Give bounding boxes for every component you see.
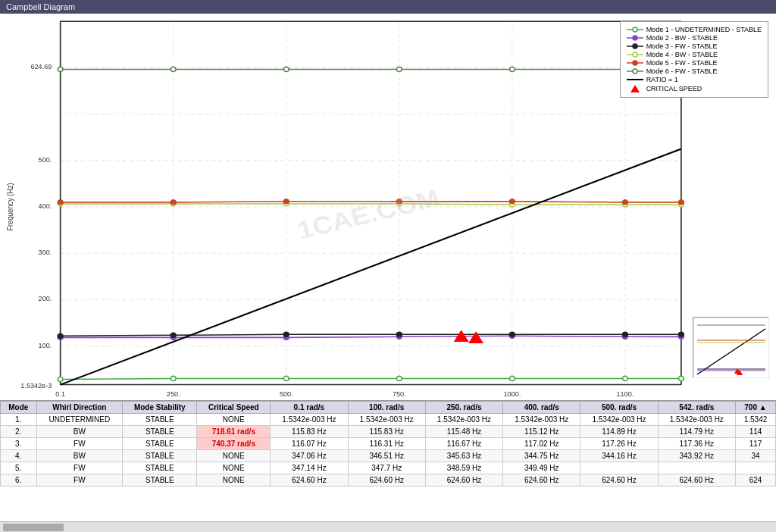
table-cell-r0-c7: 1.5342e-003 Hz xyxy=(503,414,580,426)
table-cell-r0-c3: NONE xyxy=(197,414,271,426)
table-cell-r2-c2: STABLE xyxy=(123,438,197,450)
table-cell-r3-c10: 34 xyxy=(735,450,775,462)
col-header-critical-speed: Critical Speed xyxy=(197,402,271,414)
col-header-500: 500. rad/s xyxy=(580,402,658,414)
table-cell-r2-c1: FW xyxy=(36,438,123,450)
legend-label-ratio: RATIO = 1 xyxy=(646,76,678,83)
table-cell-r2-c6: 116.67 Hz xyxy=(425,438,502,450)
campbell-data-table: Mode Whirl Direction Mode Stability Crit… xyxy=(0,401,776,487)
table-cell-r3-c2: STABLE xyxy=(123,450,197,462)
col-header-400: 400. rad/s xyxy=(503,402,580,414)
svg-text:1.5342e-3: 1.5342e-3 xyxy=(20,382,52,389)
table-cell-r4-c6: 348.59 Hz xyxy=(425,462,502,474)
table-cell-r1-c10: 114 xyxy=(735,426,775,438)
table-scroll-area[interactable]: Mode Whirl Direction Mode Stability Crit… xyxy=(0,401,776,521)
table-cell-r5-c6: 624.60 Hz xyxy=(425,474,502,487)
svg-point-72 xyxy=(396,67,402,71)
table-row: 1.UNDETERMINEDSTABLENONE1.5342e-003 Hz1.… xyxy=(1,414,776,426)
table-cell-r3-c7: 344.75 Hz xyxy=(503,450,580,462)
svg-point-51 xyxy=(396,332,402,336)
svg-point-68 xyxy=(678,200,684,205)
table-cell-r3-c3: NONE xyxy=(197,450,271,462)
legend-item-mode1: Mode 1 - UNDETERMINED - STABLE xyxy=(627,26,762,33)
legend-item-mode6: Mode 6 - FW - STABLE xyxy=(627,67,762,75)
legend-item-critical: CRITICAL SPEED xyxy=(627,84,762,93)
svg-text:400.: 400. xyxy=(39,202,52,209)
svg-text:0.1: 0.1 xyxy=(55,390,65,397)
col-header-0p1: 0.1 rad/s xyxy=(271,402,348,414)
table-cell-r1-c6: 115.48 Hz xyxy=(425,426,502,438)
table-cell-r0-c2: STABLE xyxy=(123,414,197,426)
col-header-mode: Mode xyxy=(1,402,37,414)
table-cell-r2-c10: 117 xyxy=(735,438,775,450)
col-header-542: 542. rad/s xyxy=(658,402,735,414)
table-cell-r0-c0: 1. xyxy=(1,414,37,426)
legend-item-mode3: Mode 3 - FW - STABLE xyxy=(627,42,762,50)
main-window: Campbell Diagram xyxy=(0,0,776,532)
table-cell-r5-c8: 624.60 Hz xyxy=(580,474,658,487)
table-cell-r5-c9: 624.60 Hz xyxy=(658,474,735,487)
svg-point-85 xyxy=(633,44,637,49)
title-bar: Campbell Diagram xyxy=(0,0,776,14)
svg-point-67 xyxy=(622,200,627,205)
svg-point-81 xyxy=(633,27,637,32)
table-cell-r1-c0: 2. xyxy=(1,426,37,438)
svg-point-52 xyxy=(509,332,515,336)
table-cell-r1-c2: STABLE xyxy=(123,426,197,438)
table-cell-r2-c0: 3. xyxy=(1,438,37,450)
table-cell-r0-c4: 1.5342e-003 Hz xyxy=(271,414,348,426)
table-row: 6.FWSTABLENONE624.60 Hz624.60 Hz624.60 H… xyxy=(1,474,776,487)
svg-point-49 xyxy=(171,333,176,337)
table-cell-r3-c9: 343.92 Hz xyxy=(658,450,735,462)
table-row: 4.BWSTABLENONE347.06 Hz346.51 Hz345.63 H… xyxy=(1,450,776,462)
table-cell-r5-c1: FW xyxy=(36,474,123,487)
table-cell-r5-c4: 624.60 Hz xyxy=(271,474,348,487)
horizontal-scrollbar[interactable] xyxy=(0,521,776,532)
legend-item-mode2: Mode 2 - BW - STABLE xyxy=(627,34,762,42)
svg-text:Frequency (Hz): Frequency (Hz) xyxy=(6,183,15,230)
col-header-700: 700 ▲ xyxy=(735,402,775,414)
table-cell-r4-c2: STABLE xyxy=(123,462,197,474)
svg-point-87 xyxy=(633,52,637,57)
table-cell-r2-c7: 117.02 Hz xyxy=(503,438,580,450)
table-cell-r4-c10 xyxy=(735,462,775,474)
table-cell-r1-c3: 718.61 rad/s xyxy=(197,426,271,438)
table-cell-r1-c8: 114.89 Hz xyxy=(580,426,658,438)
svg-text:300.: 300. xyxy=(39,249,52,256)
table-cell-r1-c5: 115.83 Hz xyxy=(348,426,425,438)
svg-point-69 xyxy=(58,67,63,71)
table-cell-r4-c7: 349.49 Hz xyxy=(503,462,580,474)
table-row: 5.FWSTABLENONE347.14 Hz347.7 Hz348.59 Hz… xyxy=(1,462,776,474)
legend-item-ratio: RATIO = 1 xyxy=(627,76,762,83)
table-row: 3.FWSTABLE740.37 rad/s116.07 Hz116.31 Hz… xyxy=(1,438,776,450)
svg-point-36 xyxy=(283,376,289,380)
table-cell-r0-c5: 1.5342e-003 Hz xyxy=(348,414,425,426)
scrollbar-thumb[interactable] xyxy=(3,524,64,531)
legend-item-mode4: Mode 4 - BW - STABLE xyxy=(627,51,762,58)
legend-label-mode1: Mode 1 - UNDETERMINED - STABLE xyxy=(646,26,762,33)
table-cell-r0-c9: 1.5342e-003 Hz xyxy=(658,414,735,426)
col-header-stability: Mode Stability xyxy=(123,402,197,414)
chart-legend: Mode 1 - UNDETERMINED - STABLE Mode 2 - … xyxy=(620,21,768,98)
svg-text:500.: 500. xyxy=(280,390,293,397)
table-cell-r5-c7: 624.60 Hz xyxy=(503,474,580,487)
legend-label-mode6: Mode 6 - FW - STABLE xyxy=(646,67,718,75)
svg-point-70 xyxy=(171,67,176,71)
svg-text:1100.: 1100. xyxy=(617,390,634,397)
legend-label-critical: CRITICAL SPEED xyxy=(646,85,702,92)
svg-marker-93 xyxy=(630,85,640,92)
svg-point-71 xyxy=(283,67,289,71)
chart-container: 1.5342e-3 100. 200. 300. 400. 500. 624.6… xyxy=(0,14,776,400)
legend-label-mode4: Mode 4 - BW - STABLE xyxy=(646,51,718,58)
table-cell-r1-c4: 115.83 Hz xyxy=(271,426,348,438)
legend-label-mode3: Mode 3 - FW - STABLE xyxy=(646,42,718,50)
col-header-direction: Whirl Direction xyxy=(36,402,123,414)
col-header-100: 100. rad/s xyxy=(348,402,425,414)
table-cell-r5-c10: 624 xyxy=(735,474,775,487)
table-cell-r2-c3: 740.37 rad/s xyxy=(197,438,271,450)
table-cell-r1-c7: 115.12 Hz xyxy=(503,426,580,438)
table-cell-r4-c5: 347.7 Hz xyxy=(348,462,425,474)
legend-label-mode5: Mode 5 - FW - STABLE xyxy=(646,59,718,67)
table-cell-r1-c9: 114.79 Hz xyxy=(658,426,735,438)
svg-point-50 xyxy=(283,332,289,336)
